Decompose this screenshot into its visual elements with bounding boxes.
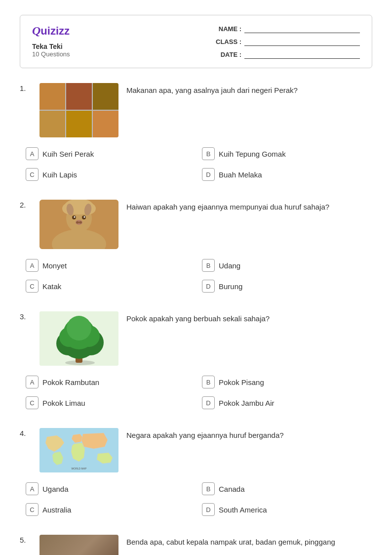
tree-svg <box>39 311 118 366</box>
answer-letter-4c: C <box>26 503 39 516</box>
answer-letter-4b: B <box>202 482 215 495</box>
answer-4a[interactable]: A Uganda <box>20 478 196 499</box>
answer-2c[interactable]: C Katak <box>20 276 196 297</box>
question-3-number: 3. <box>20 311 32 321</box>
answer-text-3c: Pokok Limau <box>42 399 85 407</box>
alpaca-svg <box>39 200 118 249</box>
food-cell-5 <box>66 111 92 137</box>
question-3: 3. <box>20 311 372 423</box>
answer-letter-1a: A <box>26 147 39 160</box>
questions-list: 1. Makanan apa, yang asalnya jauh dari n… <box>20 83 372 555</box>
answer-2d[interactable]: D Burung <box>196 276 372 297</box>
header-left: Q uizizz Teka Teki 10 Questions <box>32 24 70 58</box>
answer-letter-3c: C <box>26 396 39 409</box>
logo: Q uizizz <box>32 24 70 38</box>
answer-letter-1d: D <box>202 168 215 181</box>
question-3-answers: A Pokok Rambutan B Pokok Pisang C Pokok … <box>20 372 372 413</box>
logo-text: uizizz <box>40 25 70 38</box>
answer-text-2c: Katak <box>42 282 61 291</box>
question-2-text: Haiwan apakah yang ejaannya mempunyai du… <box>126 200 372 213</box>
answer-text-4d: South America <box>219 506 267 514</box>
date-label: DATE : <box>212 51 241 58</box>
answer-text-1a: Kuih Seri Perak <box>42 150 94 158</box>
answer-letter-3a: A <box>26 376 39 388</box>
food-cell-1 <box>39 83 65 110</box>
question-1-number: 1. <box>20 83 32 92</box>
food-collage <box>39 83 118 137</box>
question-2-image <box>39 200 118 249</box>
question-5-row: 5. Benda apa, cabut kepala nampak urat, … <box>20 535 372 555</box>
answer-letter-2a: A <box>26 259 39 272</box>
question-2: 2. <box>20 200 372 306</box>
answer-3b[interactable]: B Pokok Pisang <box>196 372 372 392</box>
answer-text-2d: Burung <box>219 282 242 291</box>
answer-2b[interactable]: B Udang <box>196 255 372 276</box>
answer-text-1d: Buah Melaka <box>219 171 262 179</box>
answer-text-4a: Uganda <box>42 485 69 493</box>
class-input-line[interactable] <box>244 37 360 46</box>
answer-text-3d: Pokok Jambu Air <box>219 399 274 407</box>
question-1: 1. Makanan apa, yang asalnya jauh dari n… <box>20 83 372 195</box>
answer-letter-3d: D <box>202 396 215 409</box>
question-2-row: 2. <box>20 200 372 249</box>
question-4-answers: A Uganda B Canada C Australia D South Am… <box>20 478 372 520</box>
logo-icon: Q <box>32 24 40 38</box>
answer-1b[interactable]: B Kuih Tepung Gomak <box>196 143 372 164</box>
question-4-number: 4. <box>20 428 32 437</box>
answer-letter-1c: C <box>26 168 39 181</box>
answer-4c[interactable]: C Australia <box>20 499 196 520</box>
question-5-image <box>39 535 118 555</box>
name-input-line[interactable] <box>244 24 360 33</box>
answer-3d[interactable]: D Pokok Jambu Air <box>196 392 372 413</box>
answer-1c[interactable]: C Kuih Lapis <box>20 164 196 185</box>
question-1-answers: A Kuih Seri Perak B Kuih Tepung Gomak C … <box>20 143 372 185</box>
answer-text-3b: Pokok Pisang <box>219 378 264 386</box>
answer-text-1c: Kuih Lapis <box>42 171 77 179</box>
answer-1a[interactable]: A Kuih Seri Perak <box>20 143 196 164</box>
answer-2a[interactable]: A Monyet <box>20 255 196 276</box>
svg-point-12 <box>84 216 85 218</box>
question-1-image <box>39 83 118 137</box>
date-input-line[interactable] <box>244 50 360 59</box>
quiz-title: Teka Teki <box>32 43 70 50</box>
answer-text-2b: Udang <box>219 261 240 270</box>
question-5-number: 5. <box>20 535 32 544</box>
food-cell-3 <box>93 83 118 110</box>
answer-letter-2d: D <box>202 280 215 293</box>
question-3-row: 3. <box>20 311 372 366</box>
page: Q uizizz Teka Teki 10 Questions NAME : C… <box>0 0 392 555</box>
answer-text-4c: Australia <box>42 506 71 514</box>
question-5-text: Benda apa, cabut kepala nampak urat, bad… <box>126 535 372 548</box>
name-label: NAME : <box>212 25 241 33</box>
question-4-text: Negara apakah yang ejaannya huruf bergan… <box>126 428 372 441</box>
answer-4d[interactable]: D South America <box>196 499 372 520</box>
food-cell-6 <box>93 111 118 137</box>
class-label: CLASS : <box>212 38 241 45</box>
question-3-text: Pokok apakah yang berbuah sekali sahaja? <box>126 311 372 325</box>
question-3-image <box>39 311 118 366</box>
world-map-svg: WORLD MAP <box>39 428 118 472</box>
answer-letter-4a: A <box>26 482 39 495</box>
question-1-row: 1. Makanan apa, yang asalnya jauh dari n… <box>20 83 372 137</box>
food-cell-2 <box>66 83 92 110</box>
question-2-answers: A Monyet B Udang C Katak D Burung <box>20 255 372 297</box>
question-4-image: WORLD MAP <box>39 428 118 472</box>
svg-text:WORLD MAP: WORLD MAP <box>72 467 87 470</box>
header-card: Q uizizz Teka Teki 10 Questions NAME : C… <box>20 15 372 68</box>
svg-point-11 <box>74 216 76 218</box>
answer-letter-2c: C <box>26 280 39 293</box>
answer-letter-1b: B <box>202 147 215 160</box>
answer-letter-2b: B <box>202 259 215 272</box>
svg-point-25 <box>67 316 91 341</box>
name-field-row: NAME : <box>212 24 360 33</box>
answer-1d[interactable]: D Buah Melaka <box>196 164 372 185</box>
svg-point-15 <box>79 221 82 224</box>
date-field-row: DATE : <box>212 50 360 59</box>
answer-3a[interactable]: A Pokok Rambutan <box>20 372 196 392</box>
question-4: 4. <box>20 428 372 530</box>
answer-3c[interactable]: C Pokok Limau <box>20 392 196 413</box>
answer-text-2a: Monyet <box>42 261 67 270</box>
question-5: 5. Benda apa, cabut kepala nampak urat, … <box>20 535 372 555</box>
question-4-row: 4. <box>20 428 372 472</box>
answer-4b[interactable]: B Canada <box>196 478 372 499</box>
